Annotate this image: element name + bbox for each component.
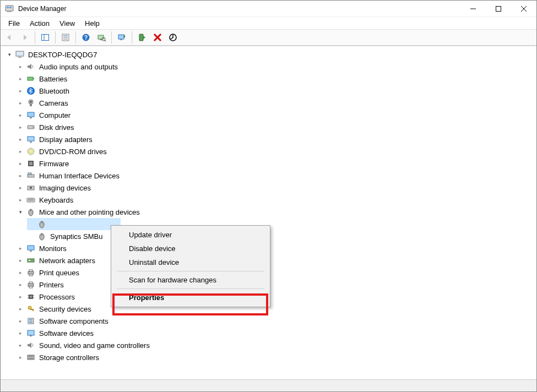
- svg-rect-22: [139, 34, 143, 41]
- maximize-button[interactable]: [486, 1, 511, 17]
- svg-rect-8: [42, 35, 49, 41]
- chevron-right-icon[interactable]: [16, 280, 25, 289]
- show-hide-tree-button[interactable]: [39, 31, 52, 44]
- svg-line-19: [105, 40, 106, 41]
- tree-item-network[interactable]: Network adapters: [16, 254, 536, 266]
- disable-device-button[interactable]: [166, 31, 180, 44]
- chevron-right-icon[interactable]: [16, 99, 25, 107]
- chevron-right-icon[interactable]: [16, 86, 25, 95]
- chevron-right-icon[interactable]: [16, 329, 25, 337]
- close-button[interactable]: [511, 1, 536, 17]
- chevron-right-icon[interactable]: [16, 123, 25, 132]
- tree-item-batteries[interactable]: Batteries: [16, 73, 536, 85]
- svg-rect-80: [30, 335, 32, 336]
- chevron-right-icon[interactable]: [16, 183, 25, 192]
- chevron-right-icon[interactable]: [16, 244, 25, 253]
- svg-rect-63: [29, 274, 32, 276]
- svg-point-32: [30, 101, 32, 103]
- svg-rect-77: [29, 319, 32, 320]
- expander-none: [27, 220, 36, 228]
- tree-item-processors[interactable]: Processors: [16, 291, 536, 303]
- chevron-right-icon[interactable]: [16, 62, 25, 71]
- speaker-icon: [26, 62, 36, 72]
- chevron-right-icon[interactable]: [16, 195, 25, 204]
- menu-file[interactable]: File: [4, 18, 24, 29]
- ctx-update-driver[interactable]: Update driver: [112, 228, 269, 242]
- tree-item-mouse-hid[interactable]: [27, 218, 121, 230]
- computer-icon: [15, 50, 25, 59]
- ctx-scan-hardware[interactable]: Scan for hardware changes: [112, 273, 269, 287]
- mouse-icon: [37, 219, 47, 229]
- chevron-right-icon[interactable]: [16, 159, 25, 168]
- device-tree[interactable]: DESKTOP-IEQQDG7 Audio inputs and outputs…: [1, 46, 536, 379]
- tree-item-software-devices[interactable]: Software devices: [16, 327, 536, 339]
- printer-icon: [26, 280, 36, 290]
- chevron-right-icon[interactable]: [16, 341, 25, 350]
- forward-button[interactable]: [18, 31, 31, 44]
- chevron-right-icon[interactable]: [16, 292, 25, 301]
- tree-item-mouse-synaptics[interactable]: Synaptics SMBu: [27, 230, 536, 242]
- ctx-uninstall-device[interactable]: Uninstall device: [112, 255, 269, 269]
- chevron-right-icon[interactable]: [16, 135, 25, 144]
- bluetooth-icon: [26, 86, 36, 96]
- tree-item-keyboards[interactable]: Keyboards: [16, 194, 536, 206]
- tree-item-mice[interactable]: Mice and other pointing devices: [16, 206, 536, 218]
- content-area: DESKTOP-IEQQDG7 Audio inputs and outputs…: [1, 46, 536, 379]
- chevron-right-icon[interactable]: [16, 111, 25, 119]
- menu-help[interactable]: Help: [80, 18, 104, 29]
- battery-icon: [26, 74, 36, 84]
- chevron-right-icon[interactable]: [16, 171, 25, 180]
- minimize-button[interactable]: [460, 1, 486, 17]
- chip-icon: [26, 159, 36, 168]
- tree-item-security[interactable]: Security devices: [16, 303, 536, 315]
- svg-rect-34: [28, 112, 34, 117]
- back-button[interactable]: [3, 31, 16, 44]
- properties-button[interactable]: [59, 31, 72, 44]
- chevron-right-icon[interactable]: [16, 268, 25, 277]
- tree-item-display-adapters[interactable]: Display adapters: [16, 133, 536, 145]
- tree-item-firmware[interactable]: Firmware: [16, 157, 536, 170]
- svg-rect-64: [28, 284, 34, 286]
- svg-point-37: [32, 127, 34, 128]
- chevron-down-icon[interactable]: [5, 50, 14, 59]
- tree-item-dvd[interactable]: DVD/CD-ROM drives: [16, 145, 536, 157]
- tree-item-storage-controllers[interactable]: Storage controllers: [16, 351, 536, 363]
- svg-rect-17: [100, 39, 102, 40]
- security-icon: [26, 304, 36, 314]
- uninstall-device-button[interactable]: [151, 31, 164, 44]
- update-driver-button[interactable]: [115, 31, 128, 44]
- svg-rect-61: [28, 271, 34, 274]
- svg-rect-20: [118, 35, 124, 39]
- chevron-right-icon[interactable]: [16, 304, 25, 313]
- tree-item-printers[interactable]: Printers: [16, 279, 536, 291]
- enable-device-button[interactable]: [135, 31, 149, 44]
- svg-rect-33: [30, 104, 32, 106]
- chevron-right-icon[interactable]: [16, 147, 25, 156]
- ctx-disable-device[interactable]: Disable device: [112, 242, 269, 255]
- help-button[interactable]: ?: [79, 31, 93, 44]
- tree-item-audio[interactable]: Audio inputs and outputs: [16, 61, 536, 73]
- chevron-right-icon[interactable]: [16, 74, 25, 83]
- tree-item-bluetooth[interactable]: Bluetooth: [16, 85, 536, 97]
- tree-root[interactable]: DESKTOP-IEQQDG7: [5, 48, 536, 61]
- tree-item-print-queues[interactable]: Print queues: [16, 266, 536, 279]
- tree-item-monitors[interactable]: Monitors: [16, 242, 536, 254]
- chevron-right-icon[interactable]: [16, 353, 25, 362]
- tree-item-sound[interactable]: Sound, video and game controllers: [16, 339, 536, 351]
- chevron-down-icon[interactable]: [16, 208, 25, 216]
- menu-view[interactable]: View: [55, 18, 79, 29]
- tree-item-computer[interactable]: Computer: [16, 109, 536, 121]
- tree-item-software-components[interactable]: Software components: [16, 315, 536, 327]
- chevron-right-icon[interactable]: [16, 256, 25, 265]
- menubar: File Action View Help: [1, 17, 536, 29]
- ctx-properties[interactable]: Properties: [112, 291, 269, 304]
- tree-item-disk-drives[interactable]: Disk drives: [16, 121, 536, 133]
- chevron-right-icon[interactable]: [16, 317, 25, 325]
- scan-hardware-button[interactable]: [95, 31, 108, 44]
- statusbar: [1, 379, 536, 391]
- svg-rect-79: [28, 330, 34, 335]
- tree-item-imaging[interactable]: Imaging devices: [16, 182, 536, 194]
- tree-item-cameras[interactable]: Cameras: [16, 97, 536, 109]
- menu-action[interactable]: Action: [25, 18, 54, 29]
- tree-item-hid[interactable]: Human Interface Devices: [16, 170, 536, 182]
